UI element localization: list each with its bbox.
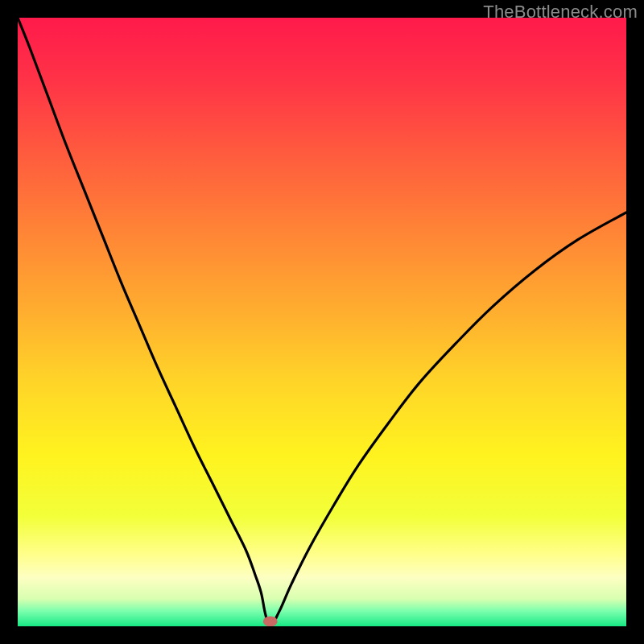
- gradient-background: [18, 18, 626, 626]
- chart-frame: [18, 18, 626, 626]
- bottleneck-chart: [18, 18, 626, 626]
- watermark-text: TheBottleneck.com: [483, 2, 638, 23]
- optimal-point-marker: [263, 616, 278, 626]
